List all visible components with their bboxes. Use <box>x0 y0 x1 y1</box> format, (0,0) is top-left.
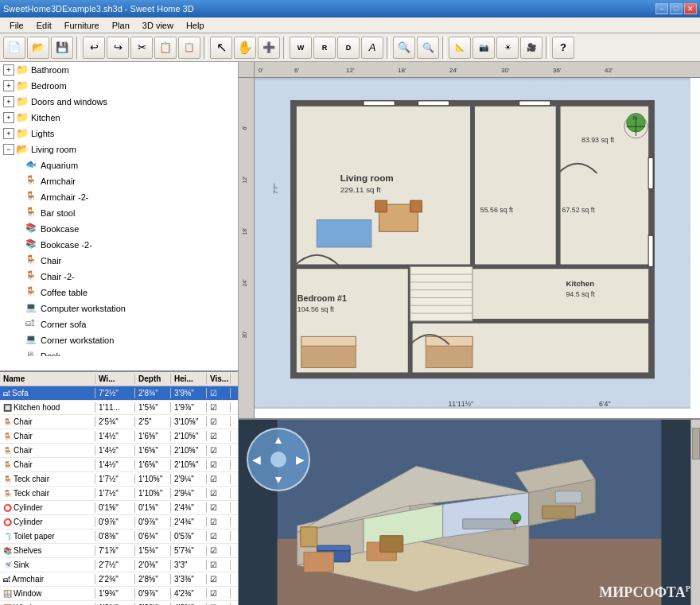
nav-down-arrow[interactable]: ▼ <box>273 473 284 486</box>
pan-tool[interactable]: ✋ <box>234 37 256 59</box>
plan-view[interactable]: 📐 <box>449 37 471 59</box>
tree-item-armchair[interactable]: 🪑 Armchair <box>0 173 238 189</box>
list-row-window2[interactable]: 🪟 Window 1'9¾" 0'9⅞" 4'2⅜" ☑ <box>0 601 238 605</box>
nav-right-arrow[interactable]: ▶ <box>296 453 305 466</box>
open-button[interactable]: 📂 <box>27 37 49 59</box>
menu-3dview[interactable]: 3D view <box>136 19 180 32</box>
tree-content[interactable]: + 📁 Bathroom + 📁 Bedroom + 📁 Doors and w… <box>0 62 238 356</box>
category-doors[interactable]: + 📁 Doors and windows <box>0 94 238 110</box>
video-btn[interactable]: 🎥 <box>520 37 542 59</box>
add-furniture[interactable]: ➕ <box>258 37 280 59</box>
list-row-chair4[interactable]: 🪑 Chair 1'4½" 1'6⅝" 2'10⅝" ☑ <box>0 458 238 472</box>
list-row-shelves[interactable]: 📚 Shelves 7'1⅞" 1'5¾" 5'7¾" ☑ <box>0 544 238 558</box>
tree-item-armchair2[interactable]: 🪑 Armchair -2- <box>0 189 238 205</box>
col-header-name[interactable]: Name <box>0 374 95 384</box>
dimension-tool[interactable]: D <box>337 37 360 59</box>
tree-item-chair2[interactable]: 🪑 Chair -2- <box>0 269 238 285</box>
tree-item-bookcase2[interactable]: 📚 Bookcase -2- <box>0 237 238 253</box>
expand-lights[interactable]: + <box>3 128 14 139</box>
row-arm-vis[interactable]: ☑ <box>207 574 231 584</box>
nav-left-arrow[interactable]: ◀ <box>252 453 261 466</box>
row-tc1-vis[interactable]: ☑ <box>207 474 231 484</box>
tree-item-barstool[interactable]: 🪑 Bar stool <box>0 205 238 221</box>
row-c4-vis[interactable]: ☑ <box>207 460 231 470</box>
tree-item-cornersofa[interactable]: 🛋 Corner sofa <box>0 316 238 332</box>
list-content[interactable]: 🛋 Sofa 7'2½" 2'8¾" 3'9⅝" ☑ 🔲 Kitchen hoo… <box>0 386 238 605</box>
list-row-teckchair2[interactable]: 🪑 Teck chair 1'7½" 1'10⅝" 2'9¼" ☑ <box>0 487 238 501</box>
col-header-height[interactable]: Hei... <box>171 374 207 384</box>
text-tool[interactable]: A <box>361 37 383 59</box>
row-tc2-vis[interactable]: ☑ <box>207 488 231 498</box>
expand-kitchen[interactable]: + <box>3 112 14 123</box>
row-cy2-vis[interactable]: ☑ <box>207 517 231 527</box>
paste-button[interactable]: 📋 <box>178 37 200 59</box>
list-row-armchair[interactable]: 🛋 Armchair 2'2¾" 2'8⅝" 3'3⅜" ☑ <box>0 572 238 587</box>
row-sh-vis[interactable]: ☑ <box>207 545 231 556</box>
fp-content[interactable]: Living room 229.11 sq ft Bedroom #1 104.… <box>255 78 690 409</box>
list-row-chair3[interactable]: 🪑 Chair 1'4½" 1'6⅝" 2'10⅝" ☑ <box>0 444 238 458</box>
maximize-button[interactable]: □ <box>670 3 682 14</box>
list-row-toiletpaper[interactable]: 🧻 Toilet paper 0'8⅜" 0'6¾" 0'5⅞" ☑ <box>0 529 238 544</box>
expand-bathroom[interactable]: + <box>3 64 14 76</box>
list-row-teckchair1[interactable]: 🪑 Teck chair 1'7½" 1'10⅝" 2'9¼" ☑ <box>0 472 238 487</box>
category-bedroom[interactable]: + 📁 Bedroom <box>0 78 238 94</box>
menu-furniture[interactable]: Furniture <box>58 19 106 32</box>
row-c2-vis[interactable]: ☑ <box>207 431 231 441</box>
floor-plan[interactable]: 6' 12' 18' 24' 30' 36' 42' 0' 6' 12' 18' <box>239 62 700 420</box>
redo-button[interactable]: ↪ <box>107 37 129 59</box>
zoom-out[interactable]: 🔍 <box>417 37 439 59</box>
col-header-vis[interactable]: Vis... <box>207 374 231 384</box>
menu-plan[interactable]: Plan <box>106 19 136 32</box>
row-tp-vis[interactable]: ☑ <box>207 531 231 541</box>
menu-help[interactable]: Help <box>180 19 211 32</box>
tree-item-cornerwork[interactable]: 💻 Corner workstation <box>0 332 238 348</box>
tree-item-coffeetable[interactable]: 🪑 Coffee table <box>0 285 238 301</box>
col-header-width[interactable]: Wi... <box>95 374 135 384</box>
view-3d[interactable]: ▲ ▼ ◀ ▶ МИРСОФТАРУ <box>239 420 700 605</box>
expand-livingroom[interactable]: − <box>3 144 14 155</box>
minimize-button[interactable]: − <box>655 3 668 14</box>
expand-bedroom[interactable]: + <box>3 80 14 91</box>
tree-item-aquarium[interactable]: 🐟 Aquarium <box>0 157 238 173</box>
nav-up-arrow[interactable]: ▲ <box>273 433 284 446</box>
row-c3-vis[interactable]: ☑ <box>207 445 231 456</box>
copy-button[interactable]: 📋 <box>154 37 177 59</box>
zoom-in[interactable]: 🔍 <box>393 37 415 59</box>
close-button[interactable]: ✕ <box>684 3 697 14</box>
tree-item-chair[interactable]: 🪑 Chair <box>0 253 238 269</box>
list-row-chair1[interactable]: 🪑 Chair 2'5¾" 2'5" 3'10⅝" ☑ <box>0 415 238 429</box>
list-row-sofa[interactable]: 🛋 Sofa 7'2½" 2'8¾" 3'9⅝" ☑ <box>0 386 238 401</box>
3d-scrollbar-thumb[interactable] <box>692 428 700 460</box>
category-livingroom[interactable]: − 📂 Living room <box>0 142 238 157</box>
list-row-window1[interactable]: 🪟 Window 1'9¾" 0'9⅞" 4'2⅜" ☑ <box>0 587 238 601</box>
row-sink-vis[interactable]: ☑ <box>207 560 231 570</box>
wall-tool[interactable]: W <box>290 37 312 59</box>
list-row-sink[interactable]: 🚿 Sink 2'7½" 2'0⅜" 3'3" ☑ <box>0 558 238 572</box>
tree-item-computer[interactable]: 💻 Computer workstation <box>0 301 238 316</box>
list-row-kitchenhood[interactable]: 🔲 Kitchen hood 1'11... 1'5¾" 1'9⅞" ☑ <box>0 401 238 415</box>
expand-doors[interactable]: + <box>3 96 14 107</box>
row-c1-vis[interactable]: ☑ <box>207 417 231 427</box>
tree-item-bookcase[interactable]: 📚 Bookcase <box>0 221 238 237</box>
help-btn[interactable]: ? <box>552 37 574 59</box>
tree-item-desk[interactable]: 🖥 Desk <box>0 348 238 356</box>
menu-file[interactable]: File <box>3 19 30 32</box>
new-button[interactable]: 📄 <box>3 37 25 59</box>
row-kh-vis[interactable]: ☑ <box>207 402 231 413</box>
row-w1-vis[interactable]: ☑ <box>207 588 231 599</box>
undo-button[interactable]: ↩ <box>83 37 105 59</box>
select-tool[interactable]: ↖ <box>210 37 232 59</box>
list-row-cylinder2[interactable]: ⭕ Cylinder 0'9⅞" 0'9⅞" 2'4¾" ☑ <box>0 515 238 529</box>
sunlight-btn[interactable]: ☀ <box>496 37 519 59</box>
list-row-chair2[interactable]: 🪑 Chair 1'4½" 1'6⅝" 2'10⅝" ☑ <box>0 429 238 444</box>
col-header-depth[interactable]: Depth <box>135 374 171 384</box>
category-kitchen[interactable]: + 📁 Kitchen <box>0 110 238 126</box>
row-cy1-vis[interactable]: ☑ <box>207 502 231 513</box>
category-bathroom[interactable]: + 📁 Bathroom <box>0 62 238 78</box>
list-row-cylinder1[interactable]: ⭕ Cylinder 0'1⅝" 0'1⅝" 2'4¾" ☑ <box>0 501 238 515</box>
save-button[interactable]: 💾 <box>51 37 73 59</box>
row-sofa-vis[interactable]: ☑ <box>207 388 231 398</box>
menu-edit[interactable]: Edit <box>30 19 58 32</box>
cut-button[interactable]: ✂ <box>130 37 153 59</box>
3d-scrollbar-v[interactable] <box>690 420 700 605</box>
